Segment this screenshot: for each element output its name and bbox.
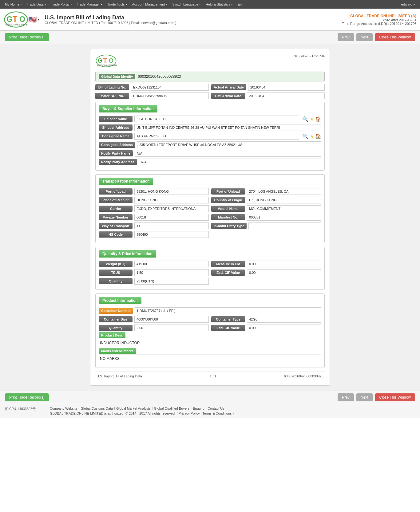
prev-button-top[interactable]: Prev: [338, 33, 354, 41]
icp-number: 苏ICP备14033305号: [5, 407, 45, 411]
svg-text:GLOBAL TRADE ONLINE LIMITED: GLOBAL TRADE ONLINE LIMITED: [97, 64, 117, 66]
inbond-entry-value: [248, 223, 321, 229]
nav-trade-data[interactable]: Trade Data▾: [24, 0, 49, 9]
notify-party-name-group: Notify Party Name N/A: [99, 150, 321, 157]
search-icon-2[interactable]: 🔍: [302, 133, 308, 139]
record-logo: G T O GLOBAL TRADE ONLINE LIMITED: [95, 54, 117, 68]
record-timestamp: 2017-06-16 13:31:34: [293, 54, 325, 58]
page-header: G T O GLOBAL TRADE ONLINE LIMITED 🇺🇸 ▾ U…: [0, 9, 420, 31]
gto-logo: G T O GLOBAL TRADE ONLINE LIMITED: [4, 11, 28, 28]
vessel-name-label: Vessel Name: [211, 206, 245, 212]
next-button-top[interactable]: Next: [356, 33, 373, 41]
consignee-address-row: Consignee Address 235 NORTH FREEPORT DRI…: [99, 141, 321, 148]
quantity-price-section: Quantity & Price Information Weight (KG)…: [95, 247, 325, 290]
search-icon[interactable]: 🔍: [302, 116, 308, 122]
svg-text:GLOBAL TRADE ONLINE LIMITED: GLOBAL TRADE ONLINE LIMITED: [5, 24, 28, 26]
record-gto-logo-icon: G T O GLOBAL TRADE ONLINE LIMITED: [95, 54, 117, 68]
company-name: GLOBAL TRADE ONLINE LIMITED (A): [342, 14, 416, 18]
footer-global-market[interactable]: Global Market Analysis: [116, 407, 151, 410]
footer-enquiry[interactable]: Enquiry: [193, 407, 204, 410]
ldr-range: Time Range Accessible (LDR) : 201201 ~ 2…: [342, 22, 416, 26]
nav-my-home[interactable]: My Home▾: [2, 0, 24, 9]
teus-group: TEUS 1.50: [99, 269, 209, 276]
expire-date: Expire After 2017-12-31: [342, 18, 416, 22]
footer-contact-us[interactable]: Contact Us: [208, 407, 224, 410]
transport-inbond-row: Way of Transport 11 In-bond Entry Type: [99, 223, 321, 229]
nav-help-statistics[interactable]: Help & Statistics▾: [203, 0, 235, 9]
nav-exit[interactable]: Exit: [235, 0, 246, 9]
nav-account-management[interactable]: Account Management▾: [130, 0, 170, 9]
shipper-address-value: UNIT 5 15/F FO TAN IND CENTRE 26-28 AU P…: [134, 124, 321, 131]
voyage-number-group: Voyage Number 00018: [99, 214, 209, 221]
prev-button-bottom[interactable]: Prev: [338, 393, 354, 401]
product-desc-row: Product Desc INDUCTOR INDUCTOR: [99, 333, 321, 347]
product-desc-label: Product Desc: [99, 332, 125, 338]
port-of-load-group: Port of Load 58201, HONG KONG: [99, 188, 209, 195]
product-quantity-cif-row: Quantity 2.00 Esti. CIF Value 0.00: [99, 325, 321, 331]
carrier-group: Carrier EXDO, EXPEDITORS INTERNATIONAL: [99, 205, 209, 212]
svg-text:O: O: [109, 57, 113, 64]
footer-global-buyers[interactable]: Global Qualified Buyers: [154, 407, 190, 410]
nav-trade-portal[interactable]: Trade Portal▾: [49, 0, 74, 9]
next-button-bottom[interactable]: Next: [356, 393, 373, 401]
bol-rows: Bill of Lading No. EXDO6911231154 Actual…: [95, 84, 325, 99]
card-footer-left: U.S. Import Bill of Lading Data: [97, 374, 142, 378]
close-button-bottom[interactable]: Close This Window: [375, 393, 415, 401]
container-number-value: HDMU4726797 ( /L / PP ): [135, 307, 321, 314]
svg-text:G: G: [98, 57, 102, 64]
global-data-identity-label: Global Data Identity: [99, 74, 135, 79]
home-icon-2[interactable]: 🏠: [315, 133, 321, 139]
global-data-identity-row: Global Data Identity 6003201604260000389…: [95, 72, 325, 81]
weight-group: Weight (KG) 419.00: [99, 261, 209, 267]
port-of-load-value: 58201, HONG KONG: [134, 188, 209, 195]
port-of-unload-value: 2704, LOS ANGELES, CA: [247, 188, 321, 195]
container-size-type-row: Container Size 4000*806*800 Container Ty…: [99, 316, 321, 323]
flag-dropdown[interactable]: ▾: [38, 18, 40, 22]
consignee-icons: 🔍 ★ 🏠: [302, 133, 321, 139]
nav-trade-manager[interactable]: Trade Manager▾: [74, 0, 105, 9]
svg-text:O: O: [19, 15, 25, 23]
print-button-top[interactable]: Print Trade Record(s): [5, 33, 49, 41]
port-of-unload-group: Port of Unload 2704, LOS ANGELES, CA: [211, 188, 321, 195]
footer-global-customs[interactable]: Global Customs Data: [81, 407, 113, 410]
record-card: G T O GLOBAL TRADE ONLINE LIMITED 2017-0…: [90, 49, 330, 386]
header-subtitle: GLOBAL TRADE ONLINE LIMITED ( Tel: 400-7…: [45, 21, 342, 25]
flag-area[interactable]: 🇺🇸 ▾: [28, 16, 40, 24]
hs-code-label: HS Code: [99, 231, 133, 238]
bol-row: Bill of Lading No. EXDO6911231154 Actual…: [95, 84, 325, 91]
master-bol-label: Mater BOL No.: [95, 93, 129, 99]
port-load-unload-row: Port of Load 58201, HONG KONG Port of Un…: [99, 188, 321, 195]
nav-trade-tools[interactable]: Trade Tools▾: [105, 0, 130, 9]
manifest-no-label: Manifest No.: [211, 214, 245, 220]
bill-of-lading-label: Bill of Lading No.: [95, 84, 129, 90]
svg-text:G: G: [6, 15, 12, 23]
weight-label: Weight (KG): [99, 261, 133, 267]
quantity-value: 23.00(CTN): [134, 278, 209, 285]
user-name[interactable]: edward ▾: [399, 2, 418, 6]
star-icon-2[interactable]: ★: [310, 133, 314, 139]
home-icon[interactable]: 🏠: [315, 116, 321, 122]
card-footer-center: 1 / 1: [210, 374, 216, 378]
star-icon[interactable]: ★: [310, 116, 314, 122]
transportation-section: Transportation Information Port of Load …: [95, 174, 325, 243]
consignee-address-value: 235 NORTH FREEPORT DRIVE WHSE #9 NOGALES…: [137, 141, 321, 148]
nav-switch-language[interactable]: Switch Language▾: [170, 0, 203, 9]
consignee-address-group: Consignee Address 235 NORTH FREEPORT DRI…: [99, 141, 321, 148]
quantity-price-header: Quantity & Price Information: [99, 250, 156, 258]
close-button-top[interactable]: Close This Window: [375, 33, 415, 41]
place-of-receipt-value: HONG KONG: [134, 197, 209, 203]
container-type-value: 42G0: [247, 316, 321, 323]
shipper-name-row: Shipper Name LIGHTION CO LTD 🔍 ★ 🏠: [99, 116, 321, 122]
card-footer-right: 600320160426000038923: [284, 374, 323, 378]
teus-value: 1.50: [134, 269, 209, 276]
teus-label: TEUS: [99, 270, 133, 276]
footer-company-website[interactable]: Company Website: [50, 407, 77, 410]
carrier-label: Carrier: [99, 206, 133, 212]
print-button-bottom[interactable]: Print Trade Record(s): [5, 393, 49, 401]
product-quantity-value: 2.00: [134, 325, 209, 331]
svg-text:T: T: [13, 15, 17, 23]
hs-code-value: 850490: [134, 231, 209, 238]
shipper-address-label: Shipper Address: [99, 124, 133, 131]
notify-party-name-row: Notify Party Name N/A: [99, 150, 321, 157]
way-of-transport-label: Way of Transport: [99, 223, 133, 229]
